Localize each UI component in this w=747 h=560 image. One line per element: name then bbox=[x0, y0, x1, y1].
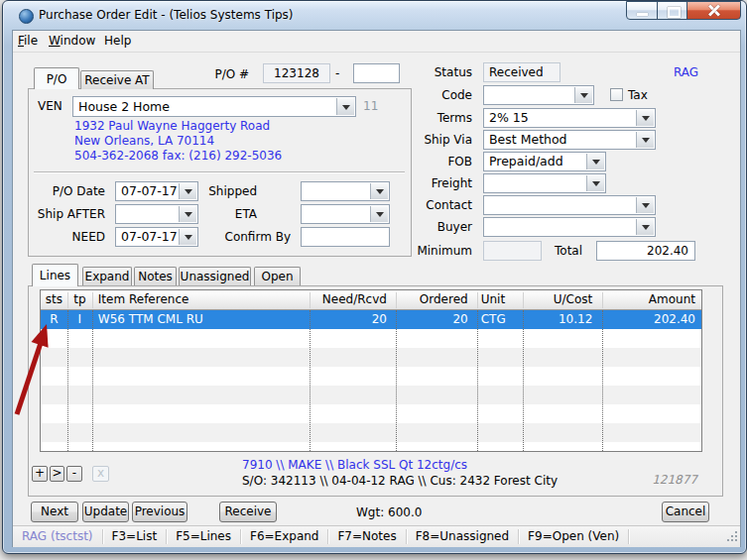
dropdown-arrow-icon[interactable] bbox=[636, 197, 654, 213]
dropdown-arrow-icon[interactable] bbox=[636, 219, 654, 235]
tab-open[interactable]: Open bbox=[254, 267, 301, 285]
cell-amount: 202.40 bbox=[600, 310, 701, 329]
po-date-label: P/O Date bbox=[31, 184, 105, 198]
dropdown-arrow-icon[interactable] bbox=[586, 154, 604, 169]
fob-value: Prepaid/add bbox=[489, 153, 563, 170]
po-number-field: 123128 bbox=[263, 63, 330, 83]
total-field: 202.40 bbox=[596, 241, 695, 261]
column-header[interactable]: U/Cost bbox=[522, 290, 601, 309]
close-button[interactable] bbox=[686, 1, 741, 20]
maximize-icon bbox=[668, 7, 681, 18]
dropdown-arrow-icon[interactable] bbox=[370, 206, 388, 222]
freight-combobox[interactable] bbox=[483, 173, 606, 193]
column-header[interactable]: Amount bbox=[600, 290, 701, 309]
eta-combobox[interactable] bbox=[301, 204, 390, 224]
dropdown-arrow-icon[interactable] bbox=[636, 110, 654, 126]
add-line-button[interactable]: + bbox=[32, 466, 48, 482]
tax-checkbox[interactable] bbox=[610, 88, 623, 101]
rag-link[interactable]: RAG bbox=[674, 65, 698, 79]
vendor-combobox[interactable]: House 2 Home bbox=[72, 96, 356, 117]
column-header[interactable]: tp bbox=[67, 290, 92, 309]
contact-combobox[interactable] bbox=[483, 195, 656, 215]
shortcut-f5: F5=Lines bbox=[167, 529, 241, 544]
minimize-icon bbox=[637, 13, 648, 16]
dropdown-arrow-icon[interactable] bbox=[636, 132, 654, 148]
ship-after-combobox[interactable] bbox=[115, 204, 198, 224]
receive-button[interactable]: Receive bbox=[219, 502, 277, 522]
buyer-combobox[interactable] bbox=[483, 217, 656, 237]
freight-label: Freight bbox=[411, 176, 472, 190]
need-value: 07-07-17 bbox=[121, 228, 178, 246]
shipped-combobox[interactable] bbox=[301, 181, 390, 201]
confirm-by-label: Confirm By bbox=[201, 230, 291, 244]
po-number-separator: - bbox=[335, 66, 339, 80]
column-header[interactable]: Item Reference bbox=[92, 290, 309, 309]
reference-number: 121877 bbox=[598, 473, 697, 487]
vendor-code: 11 bbox=[363, 99, 378, 113]
tab-po[interactable]: P/O bbox=[34, 67, 79, 89]
status-label: Status bbox=[411, 65, 472, 79]
dropdown-arrow-icon[interactable] bbox=[179, 229, 196, 245]
dropdown-arrow-icon[interactable] bbox=[370, 183, 388, 199]
vendor-name: House 2 Home bbox=[78, 97, 170, 116]
eta-label: ETA bbox=[187, 207, 257, 221]
po-number-suffix-field[interactable] bbox=[353, 63, 400, 83]
ship-via-value: Best Method bbox=[489, 131, 567, 149]
tab-notes[interactable]: Notes bbox=[134, 267, 177, 285]
cell-unit: CTG bbox=[476, 310, 522, 329]
dropdown-arrow-icon[interactable] bbox=[586, 175, 604, 191]
need-combobox[interactable]: 07-07-17 bbox=[115, 227, 198, 247]
column-header[interactable]: sts bbox=[41, 290, 67, 309]
column-header[interactable]: Unit bbox=[476, 290, 522, 309]
cell-need-rcvd: 20 bbox=[309, 310, 395, 329]
tab-receive-at[interactable]: Receive AT bbox=[80, 70, 154, 89]
so-info: S/O: 342113 \\ 04-04-12 RAG \\ Cus: 2432… bbox=[242, 474, 558, 488]
vendor-address-line2: New Orleans, LA 70114 bbox=[74, 134, 214, 148]
buyer-label: Buyer bbox=[411, 220, 472, 234]
divider bbox=[34, 171, 405, 173]
contact-label: Contact bbox=[411, 198, 472, 212]
fob-label: FOB bbox=[411, 155, 472, 168]
maximize-button[interactable] bbox=[657, 1, 687, 20]
status-field: Received bbox=[483, 62, 560, 82]
menu-file[interactable]: File bbox=[18, 34, 38, 48]
tab-lines[interactable]: Lines bbox=[32, 264, 78, 286]
ship-after-label: Ship AFTER bbox=[31, 207, 105, 221]
menu-help[interactable]: Help bbox=[104, 34, 131, 48]
po-date-combobox[interactable]: 07-07-17 bbox=[115, 181, 198, 201]
fob-combobox[interactable]: Prepaid/add bbox=[483, 152, 606, 171]
app-icon bbox=[19, 9, 34, 24]
annotation-arrow bbox=[5, 310, 64, 424]
tax-label: Tax bbox=[628, 88, 648, 102]
shortcut-f7: F7=Notes bbox=[328, 529, 406, 544]
shortcut-f3: F3=List bbox=[103, 529, 168, 544]
column-header[interactable]: Need/Rcvd bbox=[309, 290, 395, 309]
vendor-address-line1: 1932 Paul Wayne Haggerty Road bbox=[74, 119, 270, 133]
column-header[interactable]: Ordered bbox=[395, 290, 476, 309]
tab-unassigned[interactable]: Unassigned bbox=[179, 267, 251, 285]
previous-button[interactable]: Previous bbox=[132, 502, 187, 522]
minimize-button[interactable] bbox=[626, 1, 658, 20]
shortcut-f8: F8=Unassigned bbox=[407, 529, 519, 544]
lines-table: sts tp Item Reference Need/Rcvd Ordered … bbox=[40, 289, 702, 452]
minimum-field bbox=[483, 241, 542, 261]
vendor-phone-fax: 504-362-2068 fax: (216) 292-5036 bbox=[74, 149, 282, 163]
arrow-line-button[interactable]: > bbox=[50, 466, 64, 482]
window-title: Purchase Order Edit - (Telios Systems Ti… bbox=[39, 8, 294, 22]
terms-combobox[interactable]: 2% 15 bbox=[483, 108, 656, 128]
resize-grip-icon[interactable] bbox=[724, 530, 738, 544]
delete-line-button: x bbox=[92, 466, 109, 482]
dropdown-arrow-icon[interactable] bbox=[336, 98, 354, 115]
remove-line-button[interactable]: - bbox=[66, 466, 82, 482]
total-label: Total bbox=[555, 244, 582, 258]
next-button[interactable]: Next bbox=[31, 502, 78, 522]
ship-via-combobox[interactable]: Best Method bbox=[483, 130, 656, 150]
dropdown-arrow-icon[interactable] bbox=[574, 87, 592, 103]
cancel-button[interactable]: Cancel bbox=[662, 502, 709, 522]
code-combobox[interactable] bbox=[483, 85, 594, 105]
menu-window[interactable]: Window bbox=[49, 34, 95, 48]
confirm-by-field[interactable] bbox=[301, 227, 390, 247]
update-button[interactable]: Update bbox=[82, 502, 129, 522]
tab-expand[interactable]: Expand bbox=[82, 267, 132, 285]
cell-ordered: 20 bbox=[395, 310, 476, 329]
